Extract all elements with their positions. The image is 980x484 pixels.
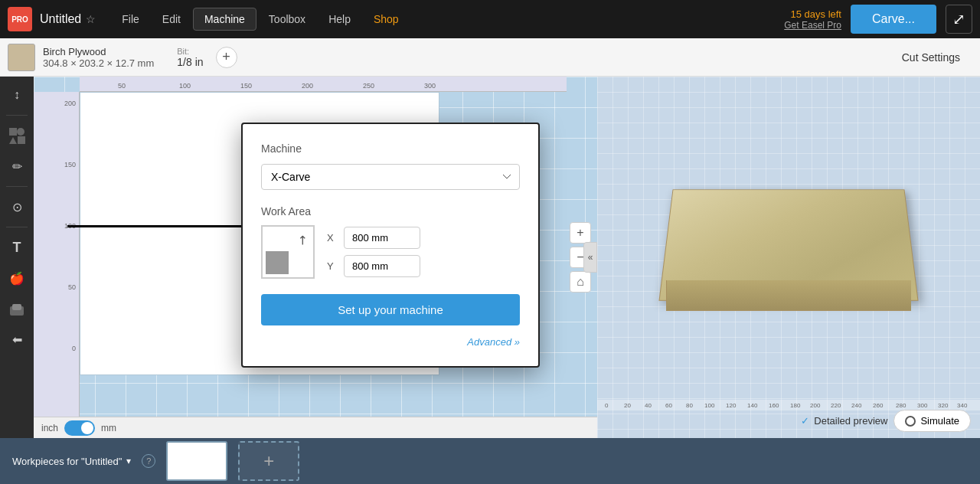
star-icon[interactable]: ☆ — [86, 13, 96, 25]
expand-icon[interactable]: ⤢ — [946, 5, 972, 34]
workpieces-bar: Workpieces for "Untitled" ▾ ? + — [0, 438, 980, 484]
machine-modal: Machine X-Carve X-Carve Pro Carvey Custo… — [241, 123, 540, 368]
workpieces-label: Workpieces for "Untitled" ▾ — [12, 456, 131, 467]
main-nav: File Edit Machine Toolbox Help Shop — [111, 8, 409, 31]
bit-value: 1/8 in — [177, 56, 203, 68]
days-left-text: 15 days left — [790, 8, 841, 20]
add-bit-button[interactable]: + — [216, 47, 237, 68]
app-title: Untitled ☆ — [40, 12, 96, 26]
x-input-row: X — [327, 227, 420, 249]
trial-info: 15 days left Get Easel Pro — [784, 8, 841, 31]
material-name: Birch Plywood — [43, 46, 154, 57]
x-dimension-input[interactable] — [344, 227, 420, 249]
nav-toolbox[interactable]: Toolbox — [258, 8, 316, 30]
y-dimension-input[interactable] — [344, 255, 420, 277]
nav-file[interactable]: File — [111, 8, 150, 30]
material-dims: 304.8 × 203.2 × 12.7 mm — [43, 57, 154, 69]
workpieces-help-icon[interactable]: ? — [142, 454, 155, 468]
nav-machine[interactable]: Machine — [193, 8, 256, 31]
xy-inputs: X Y — [327, 227, 420, 277]
add-workpiece-button[interactable]: + — [238, 441, 299, 481]
advanced-link[interactable]: Advanced » — [261, 336, 520, 348]
material-bar: Birch Plywood 304.8 × 203.2 × 12.7 mm Bi… — [0, 38, 980, 77]
modal-overlay: Machine X-Carve X-Carve Pro Carvey Custo… — [0, 77, 980, 438]
modal-machine-label: Machine — [261, 142, 520, 155]
workpiece-thumbnail[interactable] — [166, 441, 227, 481]
nav-shop[interactable]: Shop — [363, 8, 410, 30]
nav-help[interactable]: Help — [318, 8, 361, 30]
add-workpiece-icon: + — [263, 450, 274, 472]
logo-icon: PRO — [8, 7, 32, 31]
material-info: Birch Plywood 304.8 × 203.2 × 12.7 mm — [43, 46, 154, 69]
workpieces-dropdown-icon[interactable]: ▾ — [126, 456, 131, 466]
work-area-preview-inner — [266, 251, 289, 274]
top-right: 15 days left Get Easel Pro Carve... ⤢ — [784, 5, 972, 34]
y-input-row: Y — [327, 255, 420, 277]
work-area-arrow-icon: ↗ — [293, 231, 311, 249]
top-bar: PRO Untitled ☆ File Edit Machine Toolbox… — [0, 0, 980, 38]
nav-edit[interactable]: Edit — [152, 8, 191, 30]
bit-section: Bit: 1/8 in — [177, 47, 203, 68]
bit-label: Bit: — [177, 47, 203, 56]
y-axis-label: Y — [327, 260, 338, 272]
setup-machine-button[interactable]: Set up your machine — [261, 294, 520, 325]
work-area-section: ↗ X Y — [261, 225, 520, 279]
work-area-preview: ↗ — [261, 225, 315, 279]
x-axis-label: X — [327, 232, 338, 244]
get-pro-link[interactable]: Get Easel Pro — [784, 20, 841, 31]
title-text: Untitled — [40, 12, 81, 26]
work-area-label: Work Area — [261, 205, 520, 217]
material-swatch[interactable] — [8, 44, 35, 71]
machine-select-dropdown[interactable]: X-Carve X-Carve Pro Carvey Custom — [261, 164, 520, 190]
carve-button[interactable]: Carve... — [851, 5, 936, 34]
cut-settings-button[interactable]: Cut Settings — [890, 45, 972, 70]
